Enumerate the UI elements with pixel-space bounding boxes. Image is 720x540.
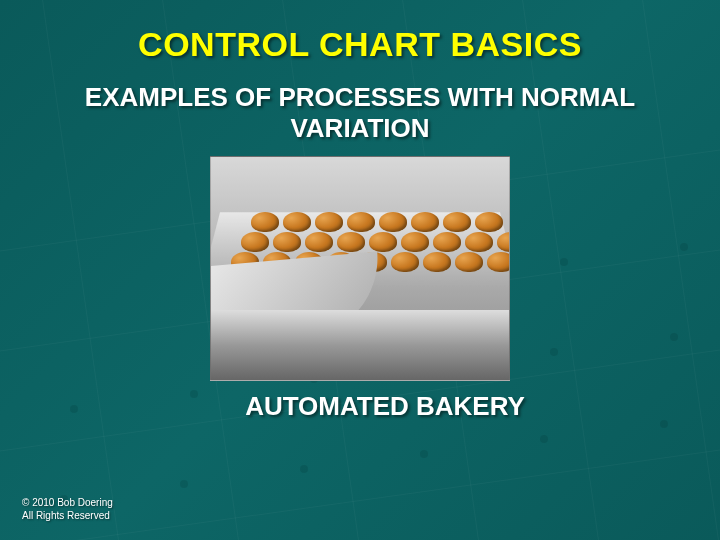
bakery-image	[210, 156, 510, 381]
slide-subtitle: EXAMPLES OF PROCESSES WITH NORMAL VARIAT…	[60, 82, 660, 144]
image-caption: AUTOMATED BAKERY	[245, 391, 525, 422]
slide-title: CONTROL CHART BASICS	[138, 25, 582, 64]
